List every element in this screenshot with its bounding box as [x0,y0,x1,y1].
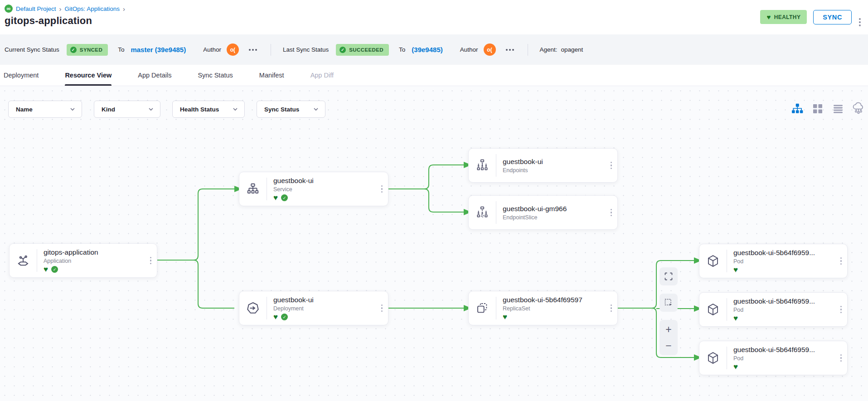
resource-node-service[interactable]: guestbook-ui Service ♥ ✓ [239,172,388,206]
current-sync-group: Current Sync Status ✓ SYNCED To master (… [5,43,259,56]
filter-kind-dropdown[interactable]: Kind [94,101,160,118]
tree-view-button[interactable] [791,102,804,115]
node-menu-icon[interactable] [379,183,388,196]
node-title: guestbook-ui-5b64f69597 [503,296,602,304]
breadcrumb-link-project[interactable]: Default Project [16,5,56,12]
resource-node-replicaset[interactable]: guestbook-ui-5b64f69597 ReplicaSet ♥ [468,291,618,325]
last-target-link[interactable]: (39e9485) [412,46,442,53]
filter-health-status-dropdown[interactable]: Health Status [172,101,245,118]
node-menu-icon[interactable] [609,206,618,219]
resource-node-pod-3[interactable]: guestbook-ui-5b64f6959... Pod ♥ [699,341,848,375]
breadcrumb-link-gitops-applications[interactable]: GitOps: Applications [65,5,120,12]
resource-graph-canvas[interactable]: Name Kind Health Status Sync Status [0,86,868,401]
healthy-heart-icon: ♥ [733,267,738,273]
grid-view-icon [812,103,823,114]
synced-check-icon: ✓ [281,314,288,320]
zoom-out-button[interactable]: − [665,338,671,354]
node-kind: Endpoints [503,167,602,174]
chevron-down-icon [148,106,154,112]
resource-node-pod-2[interactable]: guestbook-ui-5b64f6959... Pod ♥ [699,292,848,327]
node-menu-icon[interactable] [379,302,388,315]
filter-name-label: Name [16,106,33,113]
node-title: guestbook-ui-gm966 [503,205,602,213]
last-more-icon[interactable] [504,47,516,53]
page-header: ∞ Default Project › GitOps: Applications… [0,0,868,34]
list-view-button[interactable] [832,102,844,115]
last-sync-label: Last Sync Status [283,46,329,53]
node-menu-icon[interactable] [609,302,618,315]
node-kind: Pod [733,355,832,362]
node-title: guestbook-ui-5b64f6959... [733,249,832,257]
agent-group: Agent: opagent [540,46,583,53]
tab-manifest[interactable]: Manifest [259,65,284,86]
node-menu-icon[interactable] [839,255,848,268]
application-icon [10,253,37,268]
tree-view-icon [791,103,803,115]
network-view-icon [852,102,865,116]
synced-check-icon: ✓ [281,194,288,201]
filter-sync-status-dropdown[interactable]: Sync Status [257,101,325,118]
node-title: guestbook-ui-5b64f6959... [733,346,832,354]
tab-app-diff[interactable]: App Diff [310,65,334,86]
endpointslice-icon [469,206,496,219]
selection-mode-button[interactable] [659,294,678,312]
agent-value: opagent [561,46,583,53]
health-status-label: HEALTHY [774,14,801,20]
breadcrumb-separator: › [59,5,62,13]
grid-view-button[interactable] [811,102,824,115]
node-kind: EndpointSlice [503,214,602,221]
healthy-heart-icon: ♥ [733,315,738,322]
filter-health-status-label: Health Status [180,106,219,113]
healthy-heart-icon: ♥ [273,195,278,201]
current-target-link[interactable]: master (39e9485) [131,46,186,53]
succeeded-badge: ✓ SUCCEEDED [336,44,389,56]
sync-button[interactable]: SYNC [813,10,852,24]
filter-name-dropdown[interactable]: Name [8,101,82,118]
current-more-icon[interactable] [247,47,259,53]
node-title: guestbook-ui [273,177,373,185]
pod-icon [699,303,727,316]
tab-app-details[interactable]: App Details [138,65,171,86]
fit-view-button[interactable] [659,267,678,285]
zoom-in-out-control: + − [659,320,678,355]
current-sync-label: Current Sync Status [5,46,59,53]
check-circle-icon: ✓ [70,47,77,53]
resource-node-application[interactable]: gitops-application Application ♥ ✓ [9,243,157,278]
tab-bar: Deployment Resource View App Details Syn… [0,65,868,86]
replicaset-icon [469,301,496,315]
resource-node-deployment[interactable]: guestbook-ui Deployment ♥ ✓ [239,291,388,325]
resource-node-endpointslice[interactable]: guestbook-ui-gm966 EndpointSlice [468,195,618,230]
divider [528,44,528,56]
gitops-logo-icon: ∞ [5,5,13,13]
zoom-in-button[interactable]: + [665,321,671,338]
succeeded-badge-label: SUCCEEDED [349,47,383,53]
last-author-avatar: o( [484,43,496,56]
pod-icon [699,254,727,268]
node-menu-icon[interactable] [609,159,618,172]
tab-resource-view[interactable]: Resource View [65,65,112,86]
last-to-label: To [399,46,405,53]
node-title: guestbook-ui [273,296,373,304]
node-menu-icon[interactable] [839,352,848,365]
healthy-heart-icon: ♥ [273,314,278,320]
resource-node-endpoints[interactable]: guestbook-ui Endpoints [468,148,618,183]
check-circle-icon: ✓ [339,47,346,53]
expand-icon [664,272,673,281]
tab-sync-status[interactable]: Sync Status [198,65,233,86]
tab-deployment[interactable]: Deployment [4,65,39,86]
last-author-label: Author [460,46,478,53]
healthy-heart-icon: ♥ [733,364,738,370]
health-status-badge: ♥ HEALTHY [760,10,807,24]
filter-bar: Name Kind Health Status Sync Status [8,101,325,118]
synced-check-icon: ✓ [51,266,58,273]
divider [271,44,271,56]
node-kind: Pod [733,258,832,265]
resource-node-pod-1[interactable]: guestbook-ui-5b64f6959... Pod ♥ [699,244,848,278]
chevron-down-icon [70,106,75,112]
network-view-button[interactable] [852,102,865,115]
node-menu-icon[interactable] [148,254,157,267]
node-title: gitops-application [44,248,142,256]
chevron-down-icon [313,106,319,112]
header-more-menu-icon[interactable] [858,15,862,29]
node-menu-icon[interactable] [839,303,848,316]
